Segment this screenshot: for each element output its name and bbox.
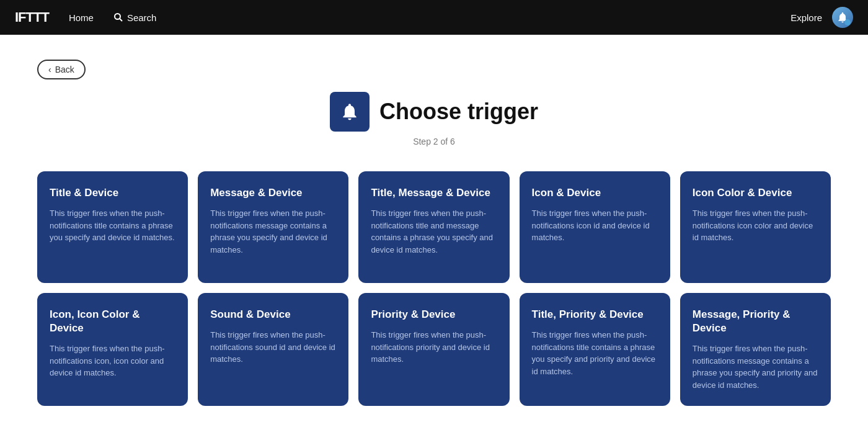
navbar: IFTTT Home Search Explore [0, 0, 868, 35]
home-link[interactable]: Home [69, 12, 94, 23]
trigger-card-desc: This trigger fires when the push-notific… [371, 207, 497, 256]
svg-point-0 [115, 14, 120, 19]
trigger-card-desc: This trigger fires when the push-notific… [693, 207, 818, 244]
back-button[interactable]: ‹ Back [37, 60, 86, 79]
page-title: Choose trigger [379, 99, 538, 125]
logo[interactable]: IFTTT [15, 9, 49, 25]
trigger-card[interactable]: Message, Priority & DeviceThis trigger f… [680, 293, 831, 406]
trigger-card-desc: This trigger fires when the push-notific… [693, 343, 818, 391]
avatar[interactable] [832, 7, 853, 28]
trigger-card-title: Message, Priority & Device [693, 308, 818, 335]
trigger-card[interactable]: Sound & DeviceThis trigger fires when th… [198, 293, 348, 406]
trigger-card-desc: This trigger fires when the push-notific… [371, 329, 497, 366]
trigger-card-title: Icon Color & Device [693, 186, 818, 200]
trigger-service-icon [330, 92, 370, 132]
trigger-card[interactable]: Title, Priority & DeviceThis trigger fir… [520, 293, 670, 406]
trigger-card-title: Title, Priority & Device [532, 308, 658, 321]
bell-avatar-icon [836, 11, 849, 24]
trigger-card-title: Message & Device [210, 186, 336, 200]
trigger-card[interactable]: Priority & DeviceThis trigger fires when… [358, 293, 509, 406]
search-icon [113, 12, 123, 22]
trigger-card-desc: This trigger fires when the push-notific… [50, 207, 175, 244]
trigger-card-title: Priority & Device [371, 308, 497, 321]
trigger-card[interactable]: Icon Color & DeviceThis trigger fires wh… [680, 171, 831, 283]
search-label: Search [127, 12, 157, 23]
trigger-card[interactable]: Icon, Icon Color & DeviceThis trigger fi… [37, 293, 188, 406]
step-indicator: Step 2 of 6 [413, 137, 455, 146]
nav-right: Explore [790, 7, 853, 28]
trigger-card-title: Icon & Device [532, 186, 658, 200]
trigger-card-desc: This trigger fires when the push-notific… [210, 329, 336, 366]
back-label: Back [55, 65, 74, 74]
header-top: Choose trigger [330, 92, 538, 132]
trigger-grid: Title & DeviceThis trigger fires when th… [37, 171, 831, 406]
trigger-card-title: Icon, Icon Color & Device [50, 308, 175, 335]
trigger-card[interactable]: Message & DeviceThis trigger fires when … [198, 171, 348, 283]
trigger-card[interactable]: Title & DeviceThis trigger fires when th… [37, 171, 188, 283]
back-chevron-icon: ‹ [48, 65, 51, 74]
trigger-card-desc: This trigger fires when the push-notific… [50, 343, 175, 379]
explore-link[interactable]: Explore [790, 12, 822, 23]
trigger-card-title: Sound & Device [210, 308, 336, 321]
trigger-card-title: Title & Device [50, 186, 175, 200]
trigger-card[interactable]: Icon & DeviceThis trigger fires when the… [520, 171, 670, 283]
trigger-card[interactable]: Title, Message & DeviceThis trigger fire… [358, 171, 509, 283]
trigger-card-desc: This trigger fires when the push-notific… [532, 207, 658, 244]
page-header: Choose trigger Step 2 of 6 [37, 92, 831, 146]
nav-left: IFTTT Home Search [15, 9, 156, 25]
trigger-card-desc: This trigger fires when the push-notific… [532, 329, 658, 377]
svg-line-1 [120, 19, 122, 21]
main-content: ‹ Back Choose trigger Step 2 of 6 Title … [0, 35, 868, 427]
trigger-card-title: Title, Message & Device [371, 186, 497, 200]
search-link[interactable]: Search [113, 12, 157, 23]
bell-icon [340, 102, 360, 122]
trigger-card-desc: This trigger fires when the push-notific… [210, 207, 336, 256]
